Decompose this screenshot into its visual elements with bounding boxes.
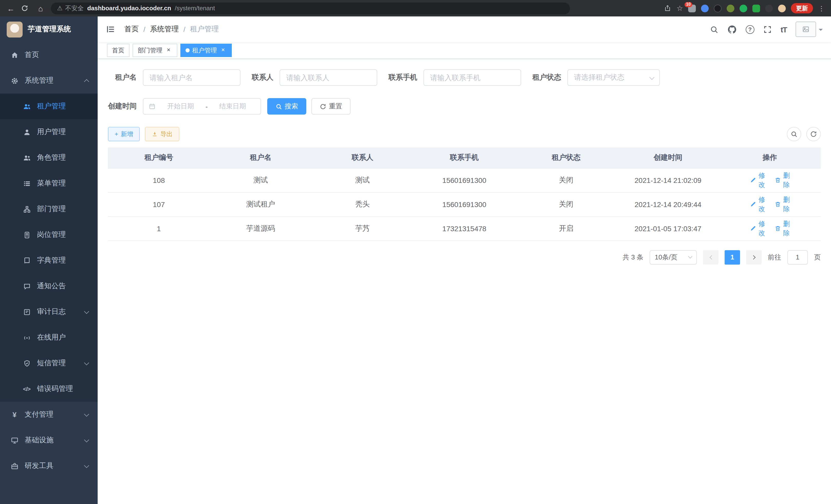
sidebar-item-home[interactable]: 首页 [0,42,98,68]
extension-icon[interactable] [752,4,760,12]
sidebar-item-payment[interactable]: ¥ 支付管理 [0,402,98,427]
delete-link[interactable]: 删除 [774,195,790,213]
search-button[interactable]: 搜索 [267,98,306,115]
edit-link[interactable]: 修改 [750,171,765,189]
cell-phone: 15601691300 [413,168,515,192]
chevron-down-icon [84,411,89,416]
edit-link[interactable]: 修改 [750,219,765,238]
status-select-placeholder: 请选择租户状态 [567,69,660,86]
extension-icon[interactable]: 10 [688,4,696,12]
sidebar-item-error-code[interactable]: </> 错误码管理 [0,376,98,402]
close-icon[interactable]: × [165,47,172,54]
refresh-table-icon[interactable] [806,127,821,141]
goto-page-input[interactable] [787,250,808,264]
cell-status: 关闭 [515,192,617,216]
search-icon[interactable] [710,25,718,34]
reset-button[interactable]: 重置 [311,98,350,115]
chevron-down-icon [84,437,89,442]
sidebar-item-post[interactable]: 岗位管理 [0,222,98,248]
contact-input[interactable] [280,69,377,86]
sidebar-item-notice[interactable]: 通知公告 [0,273,98,299]
security-label: 不安全 [65,4,84,12]
sidebar-item-role[interactable]: 角色管理 [0,145,98,171]
cell-phone: 17321315478 [413,216,515,240]
status-select[interactable]: 请选择租户状态 [567,69,660,86]
sidebar-item-dict[interactable]: 字典管理 [0,248,98,273]
address-bar[interactable]: ⚠ 不安全 dashboard.yudao.iocoder.cn /system… [51,2,570,14]
page-number-1[interactable]: 1 [725,250,740,264]
page-size-select[interactable]: 10条/页 [650,250,697,264]
dev-tools-icon [10,462,19,470]
phone-input[interactable] [424,69,521,86]
app-frame: 芋道管理系统 首页 系统管理 [0,17,831,504]
browser-refresh-icon[interactable] [21,5,30,12]
browser-menu-icon[interactable]: ⋮ [818,4,825,12]
security-status[interactable]: ⚠ 不安全 [57,4,84,12]
edit-link[interactable]: 修改 [750,195,765,213]
user-icon [23,128,31,136]
sidebar-item-system[interactable]: 系统管理 [0,68,98,93]
date-range-picker[interactable]: 开始日期 - 结束日期 [143,98,261,115]
sidebar-item-dev-tools[interactable]: 研发工具 [0,453,98,479]
add-button[interactable]: + 新增 [108,127,140,141]
extension-icon[interactable] [740,4,747,12]
font-size-icon[interactable]: tT [781,25,787,34]
help-icon[interactable]: ? [746,25,754,34]
sidebar-item-dept[interactable]: 部门管理 [0,196,98,222]
sidebar-item-online-users[interactable]: 在线用户 [0,325,98,350]
export-button[interactable]: 导出 [145,127,179,141]
browser-back-icon[interactable]: ← [6,4,16,12]
chevron-down-icon [819,29,823,33]
profile-avatar[interactable] [778,4,786,12]
github-icon[interactable] [727,24,737,34]
filter-status: 租户状态 请选择租户状态 [533,69,660,86]
share-icon[interactable] [664,5,671,12]
browser-home-icon[interactable]: ⌂ [36,4,45,12]
cell-status: 开启 [515,216,617,240]
prev-page-button[interactable] [703,250,718,264]
sidebar-item-user[interactable]: 用户管理 [0,119,98,145]
chevron-down-icon [84,360,89,365]
sidebar-item-tenant[interactable]: 租户管理 [0,93,98,119]
delete-link[interactable]: 删除 [774,171,790,189]
fullscreen-icon[interactable] [763,25,772,34]
edit-icon [750,201,756,208]
close-icon[interactable]: × [220,47,227,54]
tab-tenant[interactable]: 租户管理 × [180,44,232,57]
search-toggle-icon[interactable] [787,127,801,141]
delete-link[interactable]: 删除 [774,219,790,238]
tab-dept[interactable]: 部门管理 × [133,44,177,57]
avatar-broken-image-icon [796,22,816,37]
sidebar-fold-icon[interactable] [106,25,115,34]
extension-icon[interactable] [701,4,709,12]
filter-row-1: 租户名 联系人 联系手机 租户状态 请选择租户状态 [108,69,821,86]
user-avatar-menu[interactable] [796,22,823,37]
chrome-update-button[interactable]: 更新 [791,3,813,13]
cell-tenant-name: 测试 [210,168,311,192]
sidebar-item-label: 用户管理 [37,127,66,137]
app-logo[interactable]: 芋道管理系统 [0,17,98,42]
sidebar-item-label: 系统管理 [25,76,53,85]
breadcrumb-system[interactable]: 系统管理 [150,25,179,34]
tenant-name-input[interactable] [143,69,240,86]
date-start-placeholder: 开始日期 [158,102,203,111]
sidebar-item-sms[interactable]: 短信管理 [0,350,98,376]
cell-created: 2021-01-05 17:03:47 [617,216,719,240]
tab-home[interactable]: 首页 [107,44,130,57]
extension-icon[interactable] [714,4,721,12]
sidebar-item-audit-log[interactable]: 审计日志 [0,299,98,325]
sidebar-item-menu[interactable]: 菜单管理 [0,171,98,196]
breadcrumb-current: 租户管理 [190,25,219,34]
next-page-button[interactable] [746,250,762,264]
cell-actions: 修改 删除 [719,216,821,240]
bookmark-star-icon[interactable]: ☆ [677,4,683,12]
breadcrumb-home[interactable]: 首页 [124,25,139,34]
sidebar-item-label: 支付管理 [25,410,53,419]
gear-icon [10,77,19,85]
calendar-icon [148,103,156,110]
extension-icon[interactable] [727,4,735,12]
extension-icon[interactable] [765,4,773,12]
sidebar-item-infrastructure[interactable]: 基础设施 [0,427,98,453]
table-row: 107 测试租户 秃头 15601691300 关闭 2021-12-14 20… [108,192,821,216]
sidebar-item-label: 字典管理 [37,256,66,265]
